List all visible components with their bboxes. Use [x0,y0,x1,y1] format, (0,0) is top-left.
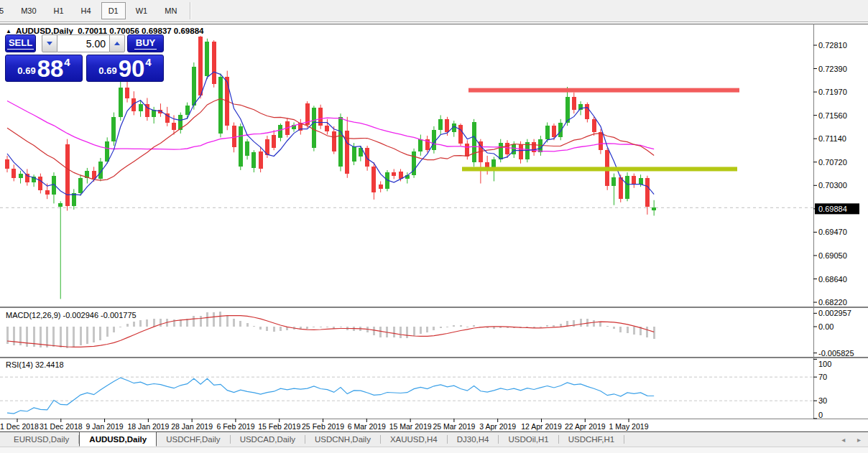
ask-price-display[interactable]: 0.69 90 4 [86,55,164,82]
svg-text:0.68220: 0.68220 [818,298,847,307]
ask-price-main: 90 [119,58,145,80]
svg-text:70: 70 [818,373,827,381]
ask-price-prefix: 0.69 [98,65,116,76]
status-strip [0,447,868,453]
svg-text:0.002957: 0.002957 [818,309,851,317]
tab-audusd-daily[interactable]: AUDUSD,Daily [79,431,157,447]
svg-text:21 Dec 2018: 21 Dec 2018 [0,422,39,431]
buy-button-label: BUY [134,37,157,50]
svg-text:30: 30 [818,396,827,405]
volume-input[interactable] [57,34,109,52]
sell-button-label: SELL [7,37,34,50]
volume-decrease-button[interactable] [42,34,57,52]
timeframe-toolbar: 5 M30 H1 H4 D1 W1 MN [0,0,868,22]
timeframe-d1[interactable]: D1 [101,2,126,19]
svg-text:25 Mar 2019: 25 Mar 2019 [433,422,475,431]
svg-text:1 May 2019: 1 May 2019 [609,422,649,431]
date-axis: 21 Dec 201831 Dec 20189 Jan 201918 Jan 2… [0,419,649,431]
sell-button[interactable]: SELL [5,34,36,52]
svg-text:0.71140: 0.71140 [818,134,846,143]
tab-usdchf-h1[interactable]: USDCHF,H1 [559,432,624,447]
timeframe-w1[interactable]: W1 [129,2,155,19]
one-click-trading-panel: SELL BUY 0.69 88 4 0.69 90 4 [5,34,164,82]
chart-tab-bar: EURUSD,Daily AUDUSD,Daily USDCHF,Daily U… [0,431,868,447]
chart-window[interactable]: 0.728100.723900.719700.715600.711400.707… [0,22,868,431]
svg-text:0.69050: 0.69050 [818,251,847,260]
svg-text:0.71970: 0.71970 [818,88,847,96]
arrow-up-icon [114,42,120,45]
svg-text:0.68640: 0.68640 [818,275,847,284]
tab-usdoil-h1[interactable]: USDOil,H1 [499,432,558,447]
timeframe-m30[interactable]: M30 [14,2,43,19]
svg-text:28 Jan 2019: 28 Jan 2019 [171,422,213,431]
buy-button[interactable]: BUY [127,34,164,52]
tab-xauusd-h4[interactable]: XAUUSD,H4 [381,432,447,447]
svg-text:0.70720: 0.70720 [818,158,847,167]
tab-eurusd-daily[interactable]: EURUSD,Daily [4,432,78,447]
svg-text:0.72810: 0.72810 [818,41,847,50]
arrow-down-icon [47,42,52,45]
svg-text:0.00: 0.00 [818,322,834,331]
volume-increase-button[interactable] [109,34,125,52]
rsi-indicator-label: RSI(14) 32.4418 [6,360,64,369]
tab-separator [624,435,624,444]
collapse-triangle-icon[interactable]: ▲ [6,28,11,34]
svg-text:0: 0 [818,411,823,419]
tab-dj30-h4[interactable]: DJ30,H4 [448,432,499,447]
price-axis: 0.728100.723900.719700.715600.711400.707… [813,41,859,419]
svg-text:31 Dec 2018: 31 Dec 2018 [40,422,83,431]
timeframe-m5-partial[interactable]: 5 [0,2,11,19]
chart-canvas[interactable]: 0.728100.723900.719700.715600.711400.707… [0,22,868,431]
tab-usdcnh-daily[interactable]: USDCNH,Daily [305,432,380,447]
svg-text:3 Apr 2019: 3 Apr 2019 [479,422,516,431]
svg-text:15 Mar 2019: 15 Mar 2019 [389,422,432,431]
resistance-line[interactable] [468,88,739,93]
svg-text:22 Apr 2019: 22 Apr 2019 [565,422,606,431]
svg-text:0.72390: 0.72390 [818,65,847,73]
bid-price-display[interactable]: 0.69 88 4 [5,55,83,82]
svg-text:-0.005825: -0.005825 [818,349,854,358]
svg-text:100: 100 [818,360,831,368]
bid-price-main: 88 [37,58,64,80]
tab-scroll-right-icon[interactable]: ▸ [857,436,861,444]
svg-text:18 Jan 2019: 18 Jan 2019 [127,422,169,431]
support-line[interactable] [462,167,737,171]
timeframe-mn[interactable]: MN [157,2,184,19]
toolbar-separator [190,2,190,19]
bid-price-pip: 4 [64,56,70,68]
svg-text:0.69470: 0.69470 [818,228,847,236]
svg-text:0.71560: 0.71560 [818,111,847,120]
macd-signal-line [7,316,654,347]
tab-usdcad-daily[interactable]: USDCAD,Daily [231,432,305,447]
tab-usdchf-daily[interactable]: USDCHF,Daily [157,432,229,447]
svg-text:15 Feb 2019: 15 Feb 2019 [258,422,300,431]
svg-text:6 Mar 2019: 6 Mar 2019 [348,422,386,431]
macd-indicator-label: MACD(12,26,9) -0.002946 -0.001775 [6,311,137,319]
rsi-line [7,378,654,414]
ask-price-pip: 4 [145,56,151,68]
timeframe-h1[interactable]: H1 [47,2,71,19]
svg-text:0.70300: 0.70300 [818,181,847,190]
bid-price-prefix: 0.69 [17,65,35,76]
svg-text:12 Apr 2019: 12 Apr 2019 [521,422,562,431]
svg-text:0.69884: 0.69884 [818,205,847,213]
timeframe-h4[interactable]: H4 [74,2,98,19]
svg-text:9 Jan 2019: 9 Jan 2019 [86,422,124,431]
panel-frame [0,24,868,419]
tab-scroll-left-icon[interactable]: ◂ [841,436,845,444]
svg-text:25 Feb 2019: 25 Feb 2019 [302,422,344,431]
svg-text:6 Feb 2019: 6 Feb 2019 [216,422,254,431]
